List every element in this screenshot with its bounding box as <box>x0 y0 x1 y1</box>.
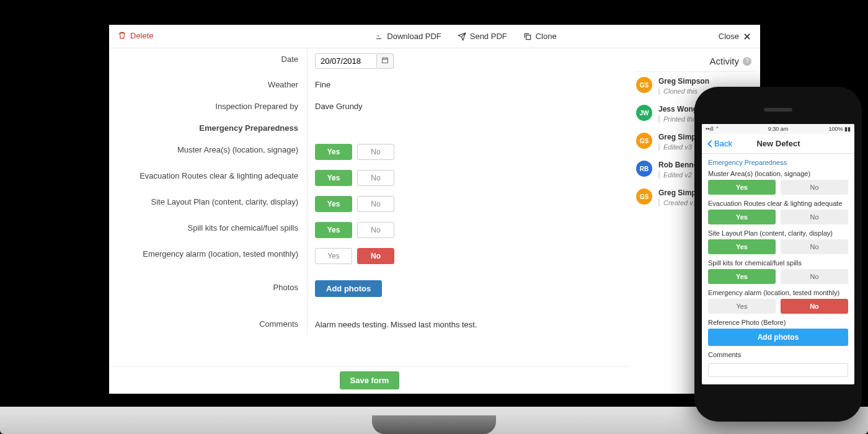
nav-bar: Back New Defect <box>702 134 854 154</box>
q3-yes[interactable]: Yes <box>315 196 352 212</box>
weather-label: Weather <box>109 74 308 95</box>
ph-q5-label: Emergency alarm (location, tested monthl… <box>708 289 848 296</box>
q4-no[interactable]: No <box>357 222 394 238</box>
body: Date Weather Fine Inspection Prepared by… <box>109 48 760 394</box>
svg-rect-0 <box>526 35 530 39</box>
ph-q1-no[interactable]: No <box>781 180 848 195</box>
ph-q5-yes[interactable]: Yes <box>708 299 776 314</box>
ph-q5-no[interactable]: No <box>781 299 848 314</box>
phone-frame: ••ıll ⌃ 9:30 am 100% ▮▮ Back New Defect … <box>694 87 862 422</box>
comments-label: Comments <box>109 302 308 335</box>
delete-label: Delete <box>130 31 154 40</box>
ph-q4-yes[interactable]: Yes <box>708 269 776 284</box>
ph-q4-label: Spill kits for chemical/fuel spills <box>708 259 848 267</box>
close-icon <box>743 32 751 41</box>
add-photos-button[interactable]: Add photos <box>315 280 382 297</box>
close-button[interactable]: Close <box>719 32 751 41</box>
svg-rect-1 <box>383 58 388 63</box>
clone-label: Clone <box>536 32 557 41</box>
avatar: RB <box>636 161 652 177</box>
q2-yes[interactable]: Yes <box>315 170 352 186</box>
ph-q1-yes[interactable]: Yes <box>708 180 776 195</box>
activity-name: Jess Wong <box>658 105 698 113</box>
section-heading: Emergency Preparedness <box>109 117 308 139</box>
ph-q1-label: Muster Area(s) (location, signage) <box>708 170 848 177</box>
q5-yes[interactable]: Yes <box>315 248 352 264</box>
download-pdf-button[interactable]: Download PDF <box>374 32 441 41</box>
ph-comments-label: Comments <box>708 351 848 358</box>
q2-label: Evacuation Routes clear & lighting adequ… <box>109 165 308 191</box>
photos-label: Photos <box>109 269 308 302</box>
ph-ref-photo-label: Reference Photo (Before) <box>708 319 848 326</box>
q5-label: Emergency alarm (location, tested monthl… <box>109 243 308 269</box>
phone-body: Emergency Preparedness Muster Area(s) (l… <box>702 154 854 384</box>
toolbar: Delete Download PDF Send PDF Clone Close <box>109 25 760 48</box>
comments-value: Alarm needs testing. Missed last months … <box>308 302 630 335</box>
status-battery: 100% <box>828 126 843 132</box>
download-icon <box>374 32 383 41</box>
date-label: Date <box>109 48 308 74</box>
save-form-button[interactable]: Save form <box>340 371 400 389</box>
prepared-by-label: Inspection Prepared by <box>109 95 308 117</box>
avatar: JW <box>636 105 652 121</box>
phone-title: New Defect <box>707 139 849 148</box>
avatar: GS <box>636 133 652 149</box>
app-window: Delete Download PDF Send PDF Clone Close <box>109 25 760 394</box>
activity-title: Activity <box>709 56 739 66</box>
avatar: GS <box>636 188 652 205</box>
close-label: Close <box>719 32 739 41</box>
ph-q3-no[interactable]: No <box>781 239 848 254</box>
q3-no[interactable]: No <box>357 196 394 212</box>
send-pdf-button[interactable]: Send PDF <box>458 32 507 41</box>
phone-screen: ••ıll ⌃ 9:30 am 100% ▮▮ Back New Defect … <box>702 124 854 384</box>
footer: Save form <box>109 366 630 394</box>
help-icon[interactable]: ? <box>743 57 751 66</box>
ph-add-photos-button[interactable]: Add photos <box>708 329 848 346</box>
status-time: 9:30 am <box>768 126 789 132</box>
ph-q2-no[interactable]: No <box>781 210 848 224</box>
send-icon <box>458 32 466 41</box>
q4-label: Spill kits for chemical/fuel spills <box>109 217 308 243</box>
activity-action: Printed this <box>658 115 698 123</box>
status-bar: ••ıll ⌃ 9:30 am 100% ▮▮ <box>702 124 854 134</box>
ph-q3-label: Site Layout Plan (content, clarity, disp… <box>708 229 848 237</box>
clone-icon <box>523 32 532 41</box>
monitor-foot <box>372 415 496 434</box>
ph-q2-label: Evacuation Routes clear & lighting adequ… <box>708 200 848 207</box>
prepared-by-value: Dave Grundy <box>308 95 630 117</box>
avatar: GS <box>636 77 652 93</box>
send-pdf-label: Send PDF <box>470 32 507 41</box>
q1-label: Muster Area(s) (location, signage) <box>109 139 308 165</box>
delete-button[interactable]: Delete <box>118 31 154 40</box>
q2-no[interactable]: No <box>357 170 394 186</box>
form-area: Date Weather Fine Inspection Prepared by… <box>109 48 630 335</box>
activity-heading: Activity ? <box>636 55 754 72</box>
calendar-button[interactable] <box>377 53 394 69</box>
trash-icon <box>118 31 126 40</box>
q3-label: Site Layout Plan (content, clarity, disp… <box>109 191 308 217</box>
q1-yes[interactable]: Yes <box>315 144 352 160</box>
calendar-icon <box>381 56 389 64</box>
ph-q3-yes[interactable]: Yes <box>708 239 776 254</box>
ph-comments-input[interactable] <box>708 363 848 377</box>
q4-yes[interactable]: Yes <box>315 222 352 238</box>
weather-value: Fine <box>308 74 630 95</box>
ph-q2-yes[interactable]: Yes <box>708 210 776 224</box>
phone-section: Emergency Preparedness <box>708 159 848 166</box>
clone-button[interactable]: Clone <box>523 32 557 41</box>
signal-icon: ••ıll ⌃ <box>706 126 768 132</box>
q5-no[interactable]: No <box>357 248 394 264</box>
activity-name: Greg Simpson <box>658 77 709 86</box>
download-pdf-label: Download PDF <box>387 32 441 41</box>
phone-earpiece <box>764 108 792 112</box>
ph-q4-no[interactable]: No <box>781 269 848 284</box>
q1-no[interactable]: No <box>357 144 394 160</box>
date-input[interactable] <box>315 53 377 69</box>
